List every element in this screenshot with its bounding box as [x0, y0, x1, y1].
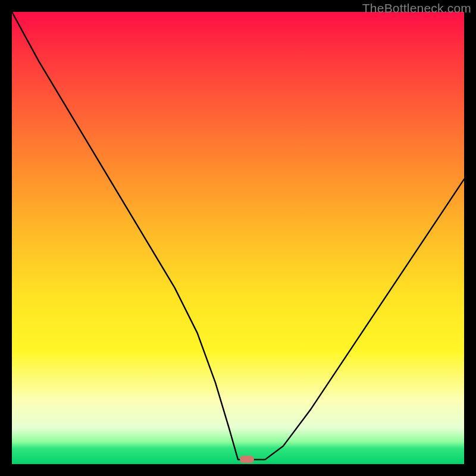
- chart-plot-area: [12, 12, 464, 464]
- chart-curve: [12, 12, 464, 464]
- chart-marker: [240, 456, 254, 463]
- watermark-text: TheBottleneck.com: [362, 1, 471, 15]
- chart-frame: TheBottleneck.com: [0, 0, 476, 476]
